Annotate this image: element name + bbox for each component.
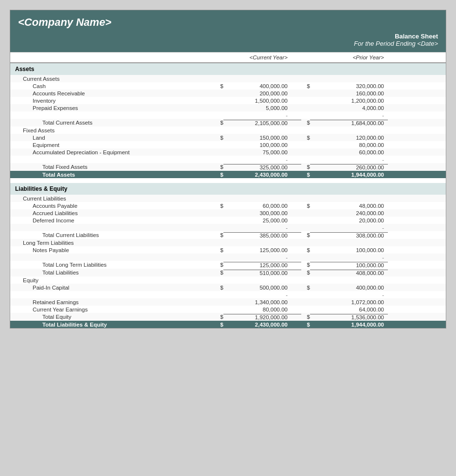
sign-py-total-liab: $ xyxy=(301,270,310,275)
subtotal-row-total-ltl: Total Long Term Liabilities $ 125,000.00… xyxy=(10,261,446,269)
sign-py-total-assets: $ xyxy=(301,172,310,178)
amount-py-equipment: 80,000.00 xyxy=(310,142,388,148)
amount-cy-other-ca: - xyxy=(223,112,301,118)
sub-header-current-liab-sub: Current Liabilities xyxy=(10,195,446,202)
sign-cy-total-fa: $ xyxy=(215,164,223,170)
sub-header-fixed-assets-sub: Fixed Assets xyxy=(10,127,446,134)
sign-cy-total-equity: $ xyxy=(215,314,223,320)
data-row-deferred-income: Deferred Income 25,000.00 20,000.00 xyxy=(10,217,446,224)
amount-cy-prepaid: 5,000.00 xyxy=(223,105,301,111)
data-row-inventory: Inventory 1,500,000.00 1,200,000.00 xyxy=(10,97,446,104)
sign-py-total-liab-equity: $ xyxy=(301,322,310,328)
sign-cy-total-liab: $ xyxy=(215,270,223,275)
amount-cy-other-fa: - xyxy=(223,157,301,163)
data-row-paid-in-cap: Paid-In Capital $ 500,000.00 $ 400,000.0… xyxy=(10,284,446,291)
row-label-accum-dep: Accumulated Depreciation - Equipment xyxy=(10,149,215,155)
data-row-retained-earnings: Retained Earnings 1,340,000.00 1,072,000… xyxy=(10,298,446,306)
data-row-other-ltl: - - xyxy=(10,254,446,261)
sub-header-label: Current Liabilities xyxy=(10,196,215,201)
sign-cy-land: $ xyxy=(215,135,223,141)
data-row-current-year-earnings: Current Year Earnings 80,000.00 64,000.0… xyxy=(10,306,446,313)
amount-cy-equipment: 100,000.00 xyxy=(223,142,301,148)
sub-header-label: Equity xyxy=(10,277,215,283)
amount-py-other-cl: - xyxy=(310,225,388,231)
amount-cy-total-ca: 2,105,000.00 xyxy=(223,120,301,126)
data-row-equipment: Equipment 100,000.00 80,000.00 xyxy=(10,141,446,148)
sign-py-ap: $ xyxy=(301,203,310,209)
row-label-equipment: Equipment xyxy=(10,142,215,148)
amount-cy-total-cl: 385,000.00 xyxy=(223,232,301,238)
amount-cy-accum-dep: 75,000.00 xyxy=(223,149,301,155)
sign-py-total-equity: $ xyxy=(301,314,310,320)
amount-py-total-cl: 308,000.00 xyxy=(310,232,388,238)
amount-cy-total-assets: 2,430,000.00 xyxy=(223,172,301,178)
amount-py-total-liab: 408,000.00 xyxy=(310,270,388,276)
sign-cy-paid-in-cap: $ xyxy=(215,285,223,291)
data-row-accum-dep: Accumulated Depreciation - Equipment 75,… xyxy=(10,148,446,156)
sub-header-lt-liab-sub: Long Term Liabilities xyxy=(10,239,446,246)
row-label-inventory: Inventory xyxy=(10,98,215,104)
prior-year-header: <Prior Year> xyxy=(310,55,388,60)
row-label-ap: Accounts Payable xyxy=(10,203,215,209)
amount-py-ar: 160,000.00 xyxy=(310,91,388,96)
amount-py-total-liab-equity: 1,944,000.00 xyxy=(310,322,388,328)
amount-py-current-year-earnings: 64,000.00 xyxy=(310,307,388,312)
amount-py-accrued-liab: 240,000.00 xyxy=(310,210,388,216)
sign-py-cash: $ xyxy=(301,83,310,89)
sign-py-total-ltl: $ xyxy=(301,262,310,268)
sign-cy-ap: $ xyxy=(215,203,223,209)
amount-py-inventory: 1,200,000.00 xyxy=(310,98,388,104)
sign-py-land: $ xyxy=(301,135,310,141)
amount-cy-notes-payable: 125,000.00 xyxy=(223,247,301,253)
amount-cy-other-ltl: - xyxy=(223,255,301,260)
amount-cy-paid-in-cap: 500,000.00 xyxy=(223,285,301,291)
account-col-header xyxy=(10,55,215,60)
amount-cy-inventory: 1,500,000.00 xyxy=(223,98,301,104)
sign-cy-total-assets: $ xyxy=(215,172,223,178)
amount-cy-total-liab: 510,000.00 xyxy=(223,270,301,276)
data-row-accrued-liab: Accrued Liabilities 300,000.00 240,000.0… xyxy=(10,209,446,217)
sign-cy-cash: $ xyxy=(215,83,223,89)
sign-py-notes-payable: $ xyxy=(301,247,310,253)
current-year-header: <Current Year> xyxy=(223,55,301,60)
subtotal-label-total-equity: Total Equity xyxy=(10,314,215,320)
sign-py-total-ca: $ xyxy=(301,120,310,126)
row-label-prepaid: Prepaid Expenses xyxy=(10,105,215,111)
sign-cy-total-liab-equity: $ xyxy=(215,322,223,328)
grand-total-row-total-liab-equity: Total Liabilities & Equity $ 2,430,000.0… xyxy=(10,321,446,328)
section-header-assets-header: Assets xyxy=(10,63,446,75)
data-row-other-equity: - - xyxy=(10,291,446,298)
data-row-notes-payable: Notes Payable $ 125,000.00 $ 100,000.00 xyxy=(10,246,446,254)
section-header-liab-equity-header: Liabilities & Equity xyxy=(10,183,446,195)
table-body: Assets Current Assets Cash $ 400,000.00 … xyxy=(10,63,446,328)
amount-cy-other-cl: - xyxy=(223,225,301,231)
data-row-ar: Accounts Receivable 200,000.00 160,000.0… xyxy=(10,90,446,97)
data-row-cash: Cash $ 400,000.00 $ 320,000.00 xyxy=(10,82,446,90)
amount-cy-accrued-liab: 300,000.00 xyxy=(223,210,301,216)
company-name: <Company Name> xyxy=(18,16,438,29)
subtotal-row-total-liab: Total Liabilities $ 510,000.00 $ 408,000… xyxy=(10,269,446,276)
subtotal-label-total-ltl: Total Long Term Liabilities xyxy=(10,262,215,268)
sub-header-equity-sub: Equity xyxy=(10,276,446,284)
amount-py-ap: 48,000.00 xyxy=(310,203,388,209)
data-row-other-cl: - - xyxy=(10,224,446,231)
spacer-row xyxy=(10,178,446,183)
sub-header-current-assets-sub: Current Assets xyxy=(10,75,446,82)
amount-py-total-ca: 1,684,000.00 xyxy=(310,120,388,126)
amount-cy-total-fa: 325,000.00 xyxy=(223,164,301,170)
amount-py-other-ltl: - xyxy=(310,255,388,260)
row-label-land: Land xyxy=(10,135,215,141)
subtotal-row-total-fa: Total Fixed Assets $ 325,000.00 $ 260,00… xyxy=(10,163,446,171)
subtotal-row-total-equity: Total Equity $ 1,920,000.00 $ 1,536,000.… xyxy=(10,313,446,321)
sign-py-total-fa: $ xyxy=(301,164,310,170)
amount-py-other-equity: - xyxy=(310,292,388,298)
row-label-retained-earnings: Retained Earnings xyxy=(10,299,215,305)
column-headers: <Current Year> <Prior Year> xyxy=(10,52,446,63)
subtotal-row-total-ca: Total Current Assets $ 2,105,000.00 $ 1,… xyxy=(10,119,446,127)
row-label-accrued-liab: Accrued Liabilities xyxy=(10,210,215,216)
sign-py-total-cl: $ xyxy=(301,232,310,238)
row-label-deferred-income: Deferred Income xyxy=(10,218,215,223)
amount-py-cash: 320,000.00 xyxy=(310,83,388,89)
amount-py-prepaid: 4,000.00 xyxy=(310,105,388,111)
subtotal-label-total-ca: Total Current Assets xyxy=(10,120,215,126)
